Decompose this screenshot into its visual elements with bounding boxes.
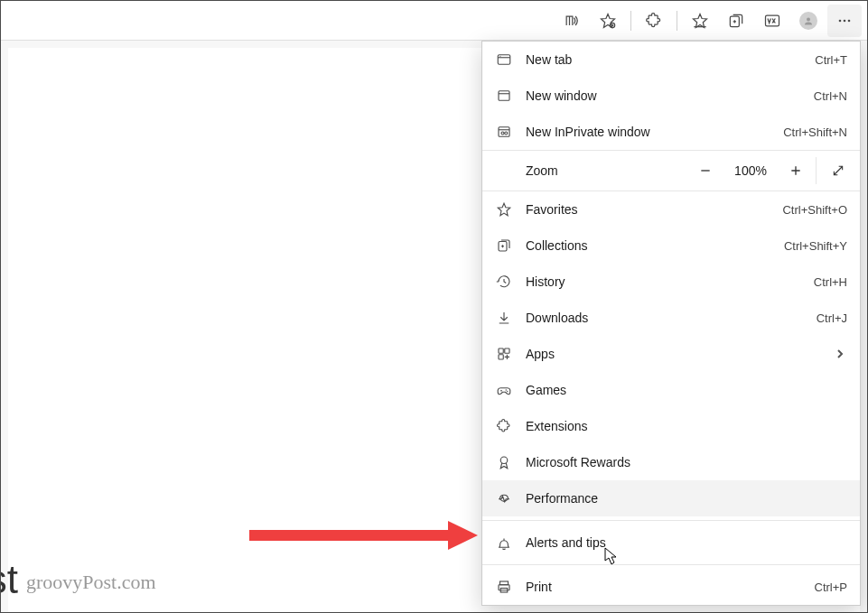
extensions-icon [495, 417, 513, 435]
zoom-in-button[interactable] [776, 150, 816, 191]
svg-rect-15 [505, 348, 509, 353]
menu-shortcut: Ctrl+J [817, 311, 847, 325]
read-aloud-button[interactable] [555, 5, 589, 37]
menu-label: New tab [526, 52, 802, 67]
menu-shortcut: Ctrl+H [814, 275, 847, 289]
zoom-label: Zoom [482, 163, 686, 178]
menu-item-new-window[interactable]: New window Ctrl+N [482, 78, 860, 114]
rewards-icon [495, 453, 513, 471]
svg-point-18 [507, 391, 508, 392]
menu-label: Favorites [526, 202, 770, 217]
zoom-value: 100% [725, 163, 776, 178]
inprivate-icon [495, 123, 513, 141]
svg-point-12 [505, 132, 508, 135]
downloads-icon [495, 309, 513, 327]
svg-point-8 [499, 56, 500, 57]
menu-item-history[interactable]: History Ctrl+H [482, 264, 860, 300]
bell-icon [495, 534, 513, 552]
svg-rect-10 [499, 127, 509, 137]
menu-label: New window [526, 88, 801, 103]
apps-icon [495, 345, 513, 363]
avatar-icon [799, 12, 817, 30]
menu-item-print[interactable]: Print Ctrl+P [482, 569, 860, 605]
svg-point-6 [848, 19, 851, 22]
favorites-icon [495, 200, 513, 218]
toolbar-separator [677, 11, 677, 31]
menu-label: New InPrivate window [526, 125, 770, 139]
svg-rect-14 [499, 348, 503, 353]
toolbar-separator [630, 11, 631, 31]
menu-label: Collections [526, 238, 771, 253]
extensions-button[interactable] [637, 5, 671, 37]
menu-item-games[interactable]: Games [482, 372, 860, 408]
menu-shortcut: Ctrl+Shift+Y [784, 239, 847, 253]
games-icon [495, 381, 513, 399]
svg-rect-2 [766, 15, 779, 26]
settings-menu: New tab Ctrl+T New window Ctrl+N New InP… [481, 41, 861, 606]
print-icon [495, 578, 513, 596]
fullscreen-button[interactable] [817, 150, 860, 191]
svg-point-17 [506, 389, 507, 390]
history-icon [495, 273, 513, 291]
zoom-out-button[interactable] [686, 150, 725, 191]
favorites-button[interactable] [683, 5, 717, 37]
menu-shortcut: Ctrl+Shift+O [782, 203, 847, 217]
menu-label: Extensions [526, 419, 847, 433]
menu-label: Games [526, 383, 847, 397]
menu-divider [482, 564, 860, 565]
menu-item-new-tab[interactable]: New tab Ctrl+T [482, 42, 860, 78]
new-window-icon [495, 87, 513, 105]
chevron-right-icon [833, 349, 847, 358]
menu-item-alerts[interactable]: Alerts and tips [482, 525, 860, 561]
menu-divider [482, 520, 860, 521]
menu-item-performance[interactable]: Performance [482, 480, 860, 516]
menu-item-rewards[interactable]: Microsoft Rewards [482, 444, 860, 480]
collections-button[interactable] [719, 5, 753, 37]
menu-shortcut: Ctrl+N [814, 89, 847, 103]
menu-item-new-inprivate[interactable]: New InPrivate window Ctrl+Shift+N [482, 114, 860, 150]
menu-label: Apps [526, 347, 820, 361]
math-solver-button[interactable] [755, 5, 789, 37]
menu-label: Alerts and tips [526, 535, 847, 550]
performance-icon [495, 489, 513, 507]
svg-point-5 [844, 19, 846, 22]
menu-item-collections[interactable]: Collections Ctrl+Shift+Y [482, 228, 860, 264]
menu-label: Performance [526, 491, 847, 506]
menu-item-downloads[interactable]: Downloads Ctrl+J [482, 300, 860, 336]
svg-rect-16 [499, 355, 503, 359]
svg-rect-7 [498, 55, 510, 65]
menu-label: Downloads [526, 311, 804, 325]
svg-point-19 [500, 457, 508, 464]
page-subhead-fragment: first [1, 557, 18, 602]
svg-rect-9 [499, 91, 509, 101]
menu-item-apps[interactable]: Apps [482, 336, 860, 372]
menu-item-favorites[interactable]: Favorites Ctrl+Shift+O [482, 191, 860, 228]
profile-button[interactable] [791, 5, 826, 37]
menu-label: Microsoft Rewards [526, 455, 847, 469]
zoom-row: Zoom 100% [482, 150, 860, 191]
svg-point-4 [839, 19, 842, 22]
svg-point-3 [807, 17, 810, 21]
menu-label: Print [526, 580, 802, 594]
watermark-text: groovyPost.com [26, 571, 156, 594]
menu-label: History [526, 274, 801, 289]
new-tab-icon [495, 51, 513, 69]
collections-icon [495, 237, 513, 255]
menu-shortcut: Ctrl+T [815, 53, 847, 67]
browser-toolbar [1, 1, 867, 41]
menu-shortcut: Ctrl+Shift+N [783, 125, 847, 139]
svg-point-11 [501, 132, 504, 135]
menu-shortcut: Ctrl+P [815, 580, 847, 594]
settings-and-more-button[interactable] [827, 5, 862, 37]
add-favorite-button[interactable] [591, 5, 625, 37]
menu-item-extensions[interactable]: Extensions [482, 408, 860, 444]
